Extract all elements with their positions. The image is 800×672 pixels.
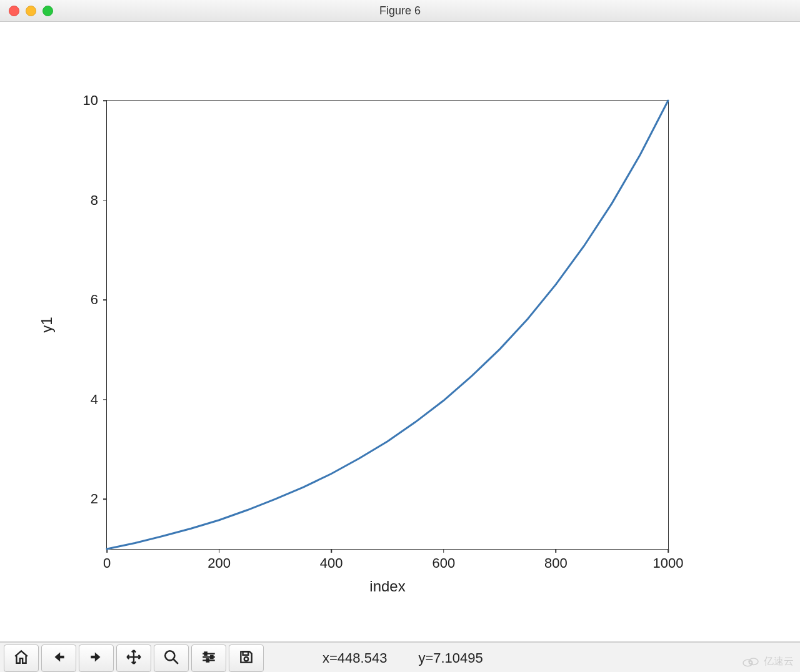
move-icon: [126, 649, 142, 668]
home-button[interactable]: [4, 645, 39, 672]
arrow-right-icon: [88, 649, 104, 668]
y-tick-label: 6: [67, 292, 98, 308]
matplotlib-toolbar: x=448.543 y=7.10495 亿速云: [0, 642, 800, 672]
svg-point-7: [244, 657, 249, 661]
zoom-window-button[interactable]: [42, 6, 53, 16]
svg-point-8: [743, 660, 752, 666]
sliders-icon: [201, 649, 217, 668]
y-tick-label: 10: [67, 92, 98, 109]
pan-button[interactable]: [116, 645, 151, 672]
figure-canvas[interactable]: y1 index 2 4 6 8 10 0 200 400 600 800 10…: [0, 22, 800, 642]
x-tick-label: 600: [432, 555, 455, 571]
titlebar: Figure 6: [0, 0, 800, 22]
arrow-left-icon: [51, 649, 67, 668]
forward-button[interactable]: [79, 645, 114, 672]
close-window-button[interactable]: [9, 6, 19, 16]
minimize-window-button[interactable]: [26, 6, 36, 16]
x-tick-label: 200: [208, 555, 231, 571]
svg-rect-6: [243, 651, 249, 655]
y-tick-label: 4: [67, 392, 98, 408]
x-tick-label: 400: [320, 555, 343, 571]
save-icon: [238, 649, 254, 668]
watermark-text: 亿速云: [764, 655, 794, 668]
window-controls: [9, 6, 53, 16]
line-series-y1: [107, 101, 668, 549]
x-tick-label: 0: [103, 555, 111, 571]
svg-rect-1: [91, 656, 96, 658]
svg-rect-4: [211, 656, 212, 658]
y-tick-label: 2: [67, 491, 98, 507]
back-button[interactable]: [41, 645, 76, 672]
save-button[interactable]: [229, 645, 264, 672]
svg-rect-3: [205, 652, 207, 655]
plot-axes: 2 4 6 8 10 0 200 400 600 800 1000: [106, 100, 669, 550]
x-tick-label: 800: [544, 555, 568, 571]
home-icon: [13, 649, 29, 668]
cursor-y-readout: y=7.10495: [418, 650, 482, 666]
svg-point-10: [749, 661, 752, 664]
cursor-x-readout: x=448.543: [322, 650, 387, 666]
cursor-coordinates: x=448.543 y=7.10495: [322, 650, 483, 666]
configure-subplots-button[interactable]: [191, 645, 226, 672]
watermark: 亿速云: [741, 655, 794, 668]
x-axis-label: index: [369, 578, 405, 595]
window-title: Figure 6: [379, 4, 421, 17]
x-tick-label: 1000: [653, 555, 684, 571]
svg-rect-5: [207, 659, 209, 661]
magnifier-icon: [163, 649, 179, 668]
svg-rect-0: [59, 656, 64, 658]
zoom-button[interactable]: [154, 645, 189, 672]
y-axis-label: y1: [38, 317, 56, 332]
y-tick-label: 8: [67, 192, 98, 209]
svg-point-2: [165, 651, 174, 660]
